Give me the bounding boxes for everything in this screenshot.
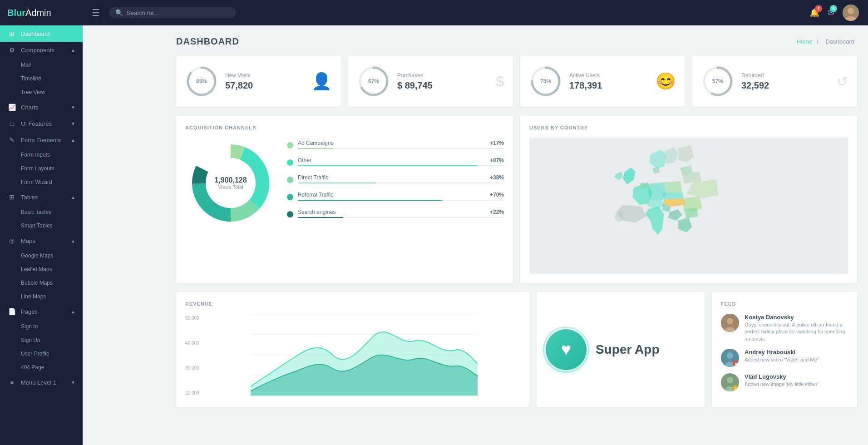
feed-name-1: Andrey Hrabouski — [745, 349, 848, 356]
new-visits-circle: 85% — [185, 65, 218, 98]
chevron-pages-icon: ▲ — [71, 309, 75, 314]
search-icon: 🔍 — [115, 9, 123, 16]
sidebar-item-components[interactable]: ⚙ Components ▲ — [0, 42, 83, 58]
sidebar-label-ui: UI Features — [21, 120, 71, 127]
sidebar-item-basic-tables[interactable]: Basic Tables — [0, 205, 83, 219]
svg-point-30 — [727, 377, 733, 383]
referral-traffic-pct: +70% — [490, 192, 504, 198]
active-users-pct: 75% — [540, 78, 551, 84]
feed-item-0: Kostya Danovsky Guys, check this out: A … — [721, 314, 848, 342]
feed-title: FEED — [721, 301, 848, 307]
super-app-card: ♥ Super App — [537, 292, 705, 407]
maps-icon: ◎ — [7, 237, 16, 244]
user-avatar[interactable] — [843, 5, 859, 21]
charts-icon: 📈 — [7, 104, 16, 111]
topbar: ☰ 🔍 🔔 8 ✉ 5 — [83, 0, 868, 25]
feed-item-2: 🖼 Vlad Lugovsky Added new image 'My litt… — [721, 373, 848, 391]
y-label-40k: 40,000 — [185, 341, 206, 346]
other-dot — [287, 159, 293, 166]
bottom-section: REVENUE 50,000 40,000 30,000 20,000 — [176, 292, 857, 407]
sidebar-label-smart-tables: Smart Tables — [21, 222, 53, 229]
acquisition-title: ACQUISITION CHANNELS — [185, 125, 504, 130]
sidebar-item-maps[interactable]: ◎ Maps ▲ — [0, 232, 83, 249]
sidebar-label-sign-in: Sign In — [21, 323, 38, 330]
super-app-icon: ♥ — [546, 329, 587, 370]
direct-traffic-label: Direct Traffic — [298, 174, 490, 181]
stat-card-new-visits: 85% New Visits 57,820 👤 — [176, 56, 341, 107]
sidebar-item-mail[interactable]: Mail — [0, 58, 83, 72]
sidebar-label-maps: Maps — [21, 237, 71, 244]
search-engines-dot — [287, 211, 293, 218]
sidebar-item-sign-up[interactable]: Sign Up — [0, 333, 83, 347]
y-label-20k: 20,000 — [185, 391, 206, 396]
sidebar-item-google-maps[interactable]: Google Maps — [0, 249, 83, 262]
purchases-pct: 67% — [368, 78, 379, 84]
dollar-icon: $ — [496, 73, 504, 90]
refresh-icon: ↺ — [837, 74, 848, 89]
sidebar-item-smart-tables[interactable]: Smart Tables — [0, 219, 83, 232]
purchases-info: Purchases $ 89,745 — [397, 72, 488, 91]
notification-button[interactable]: 🔔 8 — [809, 8, 819, 18]
legend-search-engines: Search engines +22% — [287, 209, 504, 220]
sidebar-item-pages[interactable]: 📄 Pages ▲ — [0, 303, 83, 320]
sidebar-item-user-profile[interactable]: User Profile — [0, 347, 83, 361]
stats-row: 85% New Visits 57,820 👤 67% Purchases $ … — [176, 56, 857, 107]
returned-label: Returned — [741, 72, 829, 79]
sidebar-item-tables[interactable]: ⊞ Tables ▲ — [0, 189, 83, 205]
feed-text-0: Kostya Danovsky Guys, check this out: A … — [745, 314, 848, 342]
new-visits-value: 57,820 — [225, 80, 304, 91]
sidebar-item-form-wizard[interactable]: Form Wizard — [0, 175, 83, 189]
hamburger-icon[interactable]: ☰ — [92, 7, 100, 18]
referral-traffic-dot — [287, 194, 293, 200]
svg-point-27 — [727, 352, 733, 359]
image-badge: 🖼 — [733, 385, 739, 391]
sidebar-item-form-layouts[interactable]: Form Layouts — [0, 162, 83, 175]
message-button[interactable]: ✉ 5 — [828, 8, 834, 18]
revenue-title: REVENUE — [185, 301, 520, 307]
sidebar-item-timeline[interactable]: Timeline — [0, 72, 83, 85]
sidebar-item-bubble-maps[interactable]: Bubble Maps — [0, 276, 83, 290]
direct-traffic-dot — [287, 177, 293, 183]
donut-total-label: Views Total — [214, 184, 247, 190]
sidebar-label-charts: Charts — [21, 104, 71, 111]
feed-avatar-0 — [721, 314, 739, 332]
direct-traffic-pct: +38% — [490, 174, 504, 181]
feed-item-1: ▶ Andrey Hrabouski Added new video "Vade… — [721, 349, 848, 367]
feed-card: FEED Kostya Danovsky Guys, check this ou… — [712, 292, 857, 407]
stat-card-returned: 57% Returned 32,592 ↺ — [692, 56, 857, 107]
acquisition-card: ACQUISITION CHANNELS — [176, 116, 513, 283]
sidebar-item-form-elements[interactable]: ✎ Form Elements ▲ — [0, 132, 83, 148]
sidebar-item-charts[interactable]: 📈 Charts ▼ — [0, 99, 83, 115]
sidebar-label-line-maps: Line Maps — [21, 293, 46, 300]
message-badge: 5 — [830, 5, 837, 12]
person-icon: 👤 — [311, 72, 332, 91]
sidebar-label-404: 404 Page — [21, 364, 44, 371]
sidebar-item-dashboard[interactable]: ⊞ Dashboard — [0, 25, 83, 42]
search-box[interactable]: 🔍 — [109, 7, 236, 18]
sidebar-item-leaflet-maps[interactable]: Leaflet Maps — [0, 262, 83, 276]
svg-point-24 — [727, 318, 733, 324]
search-input[interactable] — [127, 10, 230, 16]
sidebar-label-pages: Pages — [21, 308, 71, 315]
page-header: DASHBOARD Home / Dashboard — [176, 36, 857, 47]
y-axis: 50,000 40,000 30,000 20,000 — [185, 314, 206, 397]
users-by-country-card: USERS BY COUNTRY — [520, 116, 857, 283]
breadcrumb-home[interactable]: Home — [797, 38, 813, 45]
sidebar-label-basic-tables: Basic Tables — [21, 209, 51, 215]
sidebar-item-treeview[interactable]: Tree View — [0, 85, 83, 99]
sidebar-item-form-inputs[interactable]: Form Inputs — [0, 148, 83, 162]
search-engines-pct: +22% — [490, 209, 504, 215]
brand-blur: Blur — [7, 8, 25, 18]
donut-chart: 1,900,128 Views Total — [185, 138, 276, 228]
sidebar-item-line-maps[interactable]: Line Maps — [0, 290, 83, 303]
sidebar-item-ui-features[interactable]: □ UI Features ▼ — [0, 115, 83, 132]
form-icon: ✎ — [7, 136, 16, 143]
sidebar-item-sign-in[interactable]: Sign In — [0, 320, 83, 333]
sidebar-item-404[interactable]: 404 Page — [0, 361, 83, 374]
stat-card-active-users: 75% Active Users 178,391 😊 — [520, 56, 685, 107]
feed-desc-1: Added new video "Vader and Me" — [745, 356, 848, 363]
heart-icon: ♥ — [561, 340, 572, 359]
active-users-value: 178,391 — [569, 80, 648, 91]
sidebar-item-menu-level[interactable]: ≡ Menu Level 1 ▼ — [0, 374, 83, 391]
sidebar-label-mail: Mail — [21, 62, 31, 68]
